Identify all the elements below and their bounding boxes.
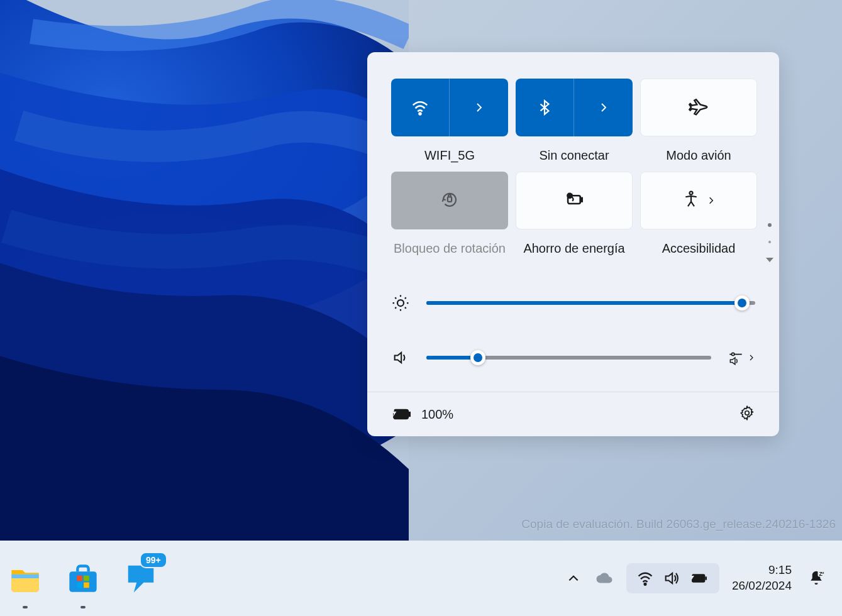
settings-button[interactable] [739, 405, 755, 424]
onedrive-tray-icon[interactable] [587, 564, 621, 593]
chevron-up-icon [567, 572, 580, 585]
volume-icon [391, 349, 410, 366]
battery-saver-icon [563, 189, 585, 212]
chevron-right-icon [707, 196, 716, 205]
volume-icon [663, 569, 680, 587]
battery-percent: 100% [421, 407, 453, 422]
bluetooth-icon [516, 79, 574, 136]
svg-point-5 [567, 194, 572, 198]
svg-rect-10 [408, 412, 410, 416]
wifi-icon [391, 79, 450, 136]
quick-settings-panel: WIFI_5G Sin conectar [367, 52, 779, 436]
brightness-icon [391, 294, 410, 312]
svg-point-7 [397, 300, 404, 306]
battery-saver-label: Ahorro de energía [523, 239, 624, 257]
volume-slider-row [391, 349, 755, 366]
accessibility-icon [682, 190, 701, 211]
page-indicator[interactable] [765, 223, 774, 263]
taskbar-clock[interactable]: 9:15 26/02/2024 [724, 563, 799, 593]
wifi-expand[interactable] [450, 79, 508, 136]
accessibility-label: Accesibilidad [662, 239, 736, 257]
svg-rect-16 [84, 583, 89, 588]
cloud-icon [595, 569, 614, 588]
svg-point-1 [419, 113, 421, 115]
gear-icon [739, 405, 755, 421]
evaluation-watermark: Copia de evaluación. Build 26063.ge_rele… [521, 517, 836, 531]
battery-icon [689, 571, 709, 586]
system-tray-group[interactable] [626, 563, 719, 593]
bell-snooze-icon: Z z [807, 569, 826, 588]
tips-badge: 99+ [140, 552, 167, 568]
wifi-label: WIFI_5G [424, 146, 475, 164]
svg-rect-14 [84, 576, 89, 581]
brightness-slider[interactable] [426, 301, 755, 305]
microsoft-store-icon[interactable] [64, 559, 102, 597]
notification-center-button[interactable]: Z z [799, 564, 833, 593]
svg-rect-4 [580, 198, 582, 202]
bluetooth-label: Sin conectar [539, 146, 609, 164]
svg-rect-12 [11, 575, 38, 579]
clock-time: 9:15 [732, 563, 792, 578]
svg-point-6 [690, 192, 693, 195]
desktop-wallpaper [0, 0, 409, 541]
volume-output-selector[interactable] [728, 349, 755, 366]
tray-overflow-button[interactable] [560, 567, 587, 590]
rotation-lock-icon [440, 190, 459, 211]
volume-slider[interactable] [426, 356, 711, 360]
airplane-mode-tile[interactable] [640, 79, 757, 136]
file-explorer-icon[interactable] [6, 559, 44, 597]
battery-status[interactable]: 100% [391, 406, 453, 422]
chevron-right-icon [748, 354, 755, 361]
svg-point-17 [645, 583, 646, 585]
wifi-icon [636, 569, 654, 587]
wifi-tile[interactable] [391, 79, 508, 136]
svg-rect-9 [394, 410, 408, 419]
battery-charging-icon [391, 406, 413, 422]
taskbar: 99+ 9:15 26/02/2024 [0, 541, 842, 616]
clock-date: 26/02/2024 [732, 578, 792, 594]
svg-rect-18 [692, 574, 705, 582]
tips-icon[interactable]: 99+ [122, 559, 160, 597]
svg-rect-15 [77, 583, 82, 588]
svg-rect-13 [77, 576, 82, 581]
bluetooth-expand[interactable] [574, 79, 633, 136]
svg-text:z: z [822, 570, 824, 575]
airplane-label: Modo avión [666, 146, 731, 164]
battery-saver-tile[interactable] [516, 172, 633, 229]
rotation-lock-label: Bloqueo de rotación [394, 239, 506, 257]
svg-point-11 [745, 411, 750, 415]
bluetooth-tile[interactable] [516, 79, 633, 136]
brightness-slider-row [391, 294, 755, 312]
svg-rect-19 [705, 576, 707, 580]
svg-rect-2 [448, 197, 451, 202]
rotation-lock-tile[interactable] [391, 172, 508, 229]
accessibility-tile[interactable] [640, 172, 757, 229]
svg-point-8 [732, 353, 734, 355]
airplane-icon [689, 96, 709, 119]
